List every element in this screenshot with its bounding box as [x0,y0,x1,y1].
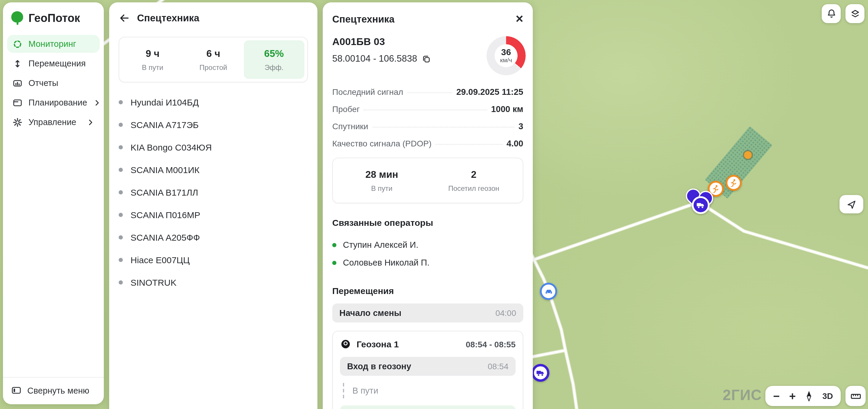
zoom-out-button[interactable]: − [773,390,780,402]
map-provider-watermark: 2ГИС [723,386,762,404]
map-topbar [822,4,864,23]
chevron-right-icon [87,118,94,126]
vehicle-list-item[interactable]: SCANIA В171ЛЛ [119,181,308,203]
status-dot [119,258,123,262]
truck-cluster-marker[interactable] [692,196,710,214]
event-label: Вход в геозону [347,362,411,371]
stat-label: В пути [125,63,181,72]
vehicle-name: KIA Bongo С034ЮЯ [130,142,212,152]
sidebar-menu: Мониторинг Перемещения Отчеты [3,33,104,133]
event-time: 08:54 [488,362,508,371]
stat-value: 9 ч [125,48,181,59]
collapse-menu-button[interactable]: Свернуть меню [11,385,95,395]
operator-name: Ступин Алексей И. [343,240,418,249]
sidebar-item-reports[interactable]: Отчеты [7,74,100,92]
running-person-icon [729,178,738,187]
vehicle-list-item[interactable]: Hiace Е007ЦЦ [119,248,308,271]
status-dot [119,280,123,284]
gear-icon [12,117,23,127]
app-logo: ГеоПоток [3,2,104,33]
map-zoom-controls: − + 3D [765,386,841,406]
stat-label: Посетил геозон [430,184,517,193]
status-dot [119,235,123,239]
truck-icon [696,200,706,210]
timeline-event: Вход в геозону 08:54 [340,357,516,376]
zoom-in-button[interactable]: + [789,390,796,402]
info-value: 1000 км [491,104,523,114]
operator-item[interactable]: Соловьев Николай П. [332,254,523,271]
stat-label: Простой [185,63,242,72]
compass-needle-icon[interactable] [805,390,813,402]
sidebar-item-movements[interactable]: Перемещения [7,55,100,72]
vehicle-name: SCANIA А717ЭБ [130,120,199,130]
vehicle-name: SCANIA А205ФФ [130,232,200,242]
app-name: ГеоПоток [29,12,80,25]
sidebar-item-label: Мониторинг [29,39,76,48]
vehicle-list-item[interactable]: SCANIA А717ЭБ [119,113,308,136]
sidebar-item-planning[interactable]: Планирование [7,94,100,111]
info-row: Качество сигнала (PDOP) 4.00 [332,139,523,148]
vehicle-name: Hiace Е007ЦЦ [130,254,190,265]
up-down-arrows-icon [12,58,23,68]
info-label: Спутники [332,122,368,131]
car-marker[interactable] [540,283,557,300]
collapse-sidebar-icon [11,385,21,395]
notifications-button[interactable] [822,4,841,23]
status-dot [119,123,123,127]
stat-value: 6 ч [185,48,242,59]
ruler-button[interactable] [845,386,866,406]
truck-marker[interactable] [532,364,549,382]
truck-icon [536,368,545,378]
car-icon [544,286,553,296]
shift-start-row: Начало смены 04:00 [332,304,523,322]
stat-idle: 6 ч Простой [183,40,244,79]
sidebar-item-management[interactable]: Управление [7,113,100,131]
vehicle-list-item[interactable]: SCANIA М001ИК [119,158,308,181]
vehicle-coordinates: 58.00104 - 106.5838 [332,53,417,64]
timeline-event: Восстановление сигнала 08:54 [340,405,516,409]
info-row: Спутники 3 [332,122,523,131]
collapse-menu-label: Свернуть меню [27,385,89,395]
copy-coordinates-button[interactable] [422,54,431,63]
info-label: Последний сигнал [332,87,403,97]
geopotok-app: − + 3D 2ГИС ГеоПоток Мониторинг [0,0,868,409]
sidebar: ГеоПоток Мониторинг Перемещения О [3,2,104,404]
geozone-pin-icon [340,338,351,350]
sidebar-item-label: Планирование [29,98,87,107]
vehicle-title: А001БВ 03 [332,36,431,48]
zone-point-marker[interactable] [743,150,753,160]
speed-unit: км/ч [500,57,512,64]
fleet-stats-card: 9 ч В пути 6 ч Простой 65% Эфф. [119,37,308,82]
signal-info: Последний сигнал 29.09.2025 11:25 Пробег… [332,87,523,148]
online-status-dot [332,243,336,247]
vehicle-list-item[interactable]: SCANIA П016МР [119,203,308,226]
copy-icon [422,54,431,63]
info-row: Последний сигнал 29.09.2025 11:25 [332,87,523,97]
vehicle-list-item[interactable]: KIA Bongo С034ЮЯ [119,136,308,158]
sidebar-item-monitoring[interactable]: Мониторинг [7,35,100,53]
panel-title: Спецтехника [137,12,199,24]
layers-button[interactable] [845,4,864,23]
vehicle-list-item[interactable]: SCANIA А205ФФ [119,226,308,248]
mode-3d-button[interactable]: 3D [822,391,833,401]
speed-value: 36 [501,47,511,57]
runner-marker[interactable] [725,175,742,191]
back-button[interactable] [119,12,130,24]
vehicle-list-item[interactable]: SINOTRUK [119,271,308,294]
sidebar-item-label: Перемещения [29,59,86,68]
bell-icon [826,8,837,19]
stat-in-transit: 28 мин В пути [336,161,428,200]
vehicle-list-item[interactable]: Hyundai И104БД [119,91,308,113]
stat-in-transit: 9 ч В пути [122,40,183,79]
operators-heading: Связанные операторы [332,217,523,228]
navigation-arrow-icon [846,199,857,209]
online-status-dot [332,261,336,265]
stat-value: 65% [246,48,302,59]
status-dot [119,190,123,194]
stat-label: В пути [338,184,425,193]
operator-item[interactable]: Ступин Алексей И. [332,236,523,254]
close-button[interactable]: × [516,12,523,26]
locate-button[interactable] [839,195,863,213]
event-label: В пути [352,386,378,395]
vehicle-name: Hyundai И104БД [130,97,199,107]
